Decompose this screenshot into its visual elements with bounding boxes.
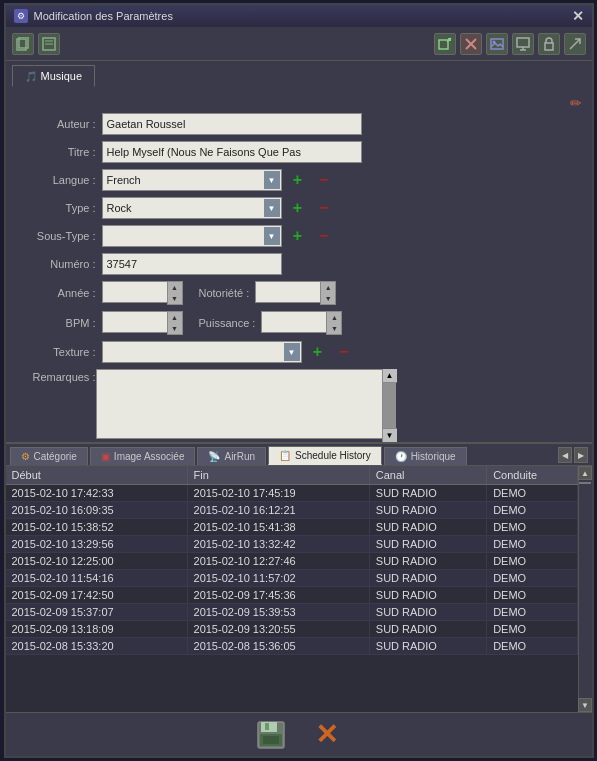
sous-type-row: Sous-Type : ▼ + − <box>16 225 582 247</box>
notoriete-label: Notoriété : <box>199 287 250 299</box>
bottom-tabs-bar: ⚙ Catégorie ▣ Image Associée 📡 AirRun 📋 … <box>6 444 592 466</box>
table-scroll-area[interactable]: Début Fin Canal Conduite 2015-02-10 17:4… <box>6 466 578 712</box>
notoriete-up-btn[interactable]: ▲ <box>321 282 335 293</box>
tab-scroll-right[interactable]: ▶ <box>574 447 588 463</box>
sous-type-select[interactable] <box>102 225 282 247</box>
table-row[interactable]: 2015-02-10 12:25:002015-02-10 12:27:46SU… <box>6 553 578 570</box>
bpm-spinner: ▲ ▼ <box>102 311 183 335</box>
numero-input[interactable] <box>102 253 282 275</box>
remarques-textarea[interactable] <box>96 369 396 439</box>
annee-input[interactable] <box>102 281 167 303</box>
table-row[interactable]: 2015-02-09 15:37:072015-02-09 15:39:53SU… <box>6 604 578 621</box>
toolbar-screen-btn[interactable] <box>512 33 534 55</box>
puissance-down-btn[interactable]: ▼ <box>327 323 341 334</box>
toolbar-lock-btn[interactable] <box>538 33 560 55</box>
col-fin: Fin <box>187 466 369 485</box>
tab-historique[interactable]: 🕐 Historique <box>384 447 467 465</box>
table-row[interactable]: 2015-02-10 17:42:332015-02-10 17:45:19SU… <box>6 485 578 502</box>
annee-spinner: ▲ ▼ <box>102 281 183 305</box>
type-add-btn[interactable]: + <box>288 198 308 218</box>
remarques-row: Remarques : ▲ ▼ <box>16 369 582 442</box>
image-icon: ▣ <box>101 451 110 462</box>
table-scrollbar: ▲ ▼ <box>578 466 592 712</box>
cell-debut: 2015-02-10 15:38:52 <box>6 519 188 536</box>
puissance-input[interactable] <box>261 311 326 333</box>
sous-type-remove-btn[interactable]: − <box>314 226 334 246</box>
bpm-input[interactable] <box>102 311 167 333</box>
texture-label: Texture : <box>16 346 96 358</box>
notoriete-input[interactable] <box>255 281 320 303</box>
remarks-scroll-down[interactable]: ▼ <box>383 428 397 442</box>
cell-fin: 2015-02-10 17:45:19 <box>187 485 369 502</box>
toolbar-import-btn[interactable] <box>434 33 456 55</box>
texture-remove-btn[interactable]: − <box>334 342 354 362</box>
annee-down-btn[interactable]: ▼ <box>168 293 182 304</box>
notoriete-down-btn[interactable]: ▼ <box>321 293 335 304</box>
cell-conduite: DEMO <box>487 553 577 570</box>
cell-conduite: DEMO <box>487 502 577 519</box>
cell-fin: 2015-02-10 11:57:02 <box>187 570 369 587</box>
type-select[interactable]: Rock Pop Jazz Classical <box>102 197 282 219</box>
tab-scroll-left[interactable]: ◀ <box>558 447 572 463</box>
window-icon: ⚙ <box>14 9 28 23</box>
table-row[interactable]: 2015-02-09 13:18:092015-02-09 13:20:55SU… <box>6 621 578 638</box>
texture-row: Texture : ▼ + − <box>16 341 582 363</box>
tab-musique[interactable]: 🎵 Musique <box>12 65 96 87</box>
cell-conduite: DEMO <box>487 570 577 587</box>
tab-image[interactable]: ▣ Image Associée <box>90 447 196 465</box>
type-remove-btn[interactable]: − <box>314 198 334 218</box>
scrollbar-down-btn[interactable]: ▼ <box>578 698 592 712</box>
cell-canal: SUD RADIO <box>369 553 486 570</box>
auteur-row: Auteur : <box>16 113 582 135</box>
toolbar-image-btn[interactable] <box>486 33 508 55</box>
bpm-down-btn[interactable]: ▼ <box>168 323 182 334</box>
tab-musique-label: Musique <box>41 70 83 82</box>
edit-icon[interactable]: ✏ <box>570 95 582 111</box>
cell-fin: 2015-02-09 15:39:53 <box>187 604 369 621</box>
tab-airrun-label: AirRun <box>224 451 255 462</box>
cancel-button[interactable]: ✕ <box>309 719 345 751</box>
tab-image-label: Image Associée <box>114 451 185 462</box>
sous-type-add-btn[interactable]: + <box>288 226 308 246</box>
toolbar-btn-2[interactable] <box>38 33 60 55</box>
remarks-scroll-up[interactable]: ▲ <box>383 369 397 383</box>
annee-up-btn[interactable]: ▲ <box>168 282 182 293</box>
langue-add-btn[interactable]: + <box>288 170 308 190</box>
tab-categorie[interactable]: ⚙ Catégorie <box>10 447 88 465</box>
table-row[interactable]: 2015-02-09 17:42:502015-02-09 17:45:36SU… <box>6 587 578 604</box>
save-button[interactable] <box>253 719 289 751</box>
table-row[interactable]: 2015-02-08 15:33:202015-02-08 15:36:05SU… <box>6 638 578 655</box>
tab-schedule[interactable]: 📋 Schedule History <box>268 446 382 465</box>
cell-canal: SUD RADIO <box>369 485 486 502</box>
sous-type-label: Sous-Type : <box>16 230 96 242</box>
col-conduite: Conduite <box>487 466 577 485</box>
puissance-up-btn[interactable]: ▲ <box>327 312 341 323</box>
action-bar: ✕ <box>6 712 592 756</box>
table-row[interactable]: 2015-02-10 13:29:562015-02-10 13:32:42SU… <box>6 536 578 553</box>
bpm-up-btn[interactable]: ▲ <box>168 312 182 323</box>
close-button[interactable]: ✕ <box>572 9 584 23</box>
cell-fin: 2015-02-09 13:20:55 <box>187 621 369 638</box>
auteur-input[interactable] <box>102 113 362 135</box>
langue-remove-btn[interactable]: − <box>314 170 334 190</box>
data-table-wrapper: Début Fin Canal Conduite 2015-02-10 17:4… <box>6 466 592 712</box>
scrollbar-up-btn[interactable]: ▲ <box>578 466 592 480</box>
airrun-icon: 📡 <box>208 451 220 462</box>
tab-airrun[interactable]: 📡 AirRun <box>197 447 266 465</box>
table-row[interactable]: 2015-02-10 15:38:522015-02-10 15:41:38SU… <box>6 519 578 536</box>
scrollbar-thumb[interactable] <box>579 482 591 484</box>
titre-input[interactable] <box>102 141 362 163</box>
toolbar-btn-1[interactable] <box>12 33 34 55</box>
categorie-icon: ⚙ <box>21 451 30 462</box>
cell-conduite: DEMO <box>487 587 577 604</box>
langue-select[interactable]: French English Spanish German <box>102 169 282 191</box>
toolbar-delete-btn[interactable] <box>460 33 482 55</box>
cell-debut: 2015-02-10 11:54:16 <box>6 570 188 587</box>
cell-canal: SUD RADIO <box>369 621 486 638</box>
puissance-label: Puissance : <box>199 317 256 329</box>
toolbar-arrow-btn[interactable] <box>564 33 586 55</box>
texture-select[interactable] <box>102 341 302 363</box>
table-row[interactable]: 2015-02-10 16:09:352015-02-10 16:12:21SU… <box>6 502 578 519</box>
table-row[interactable]: 2015-02-10 11:54:162015-02-10 11:57:02SU… <box>6 570 578 587</box>
texture-add-btn[interactable]: + <box>308 342 328 362</box>
